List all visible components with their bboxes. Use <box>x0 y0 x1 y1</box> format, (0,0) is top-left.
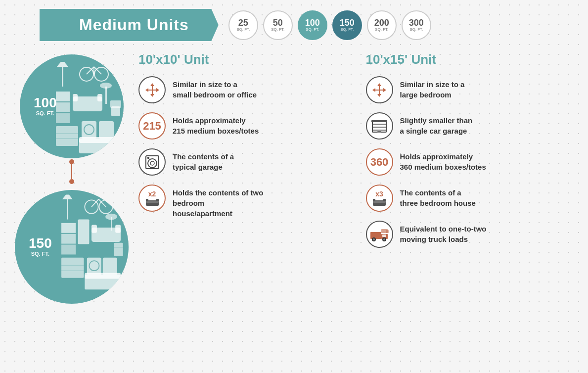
unit-10x10-title: 10'x10' Unit <box>138 52 351 67</box>
main-content: 10'x10' Unit Similar in size to asmall b… <box>138 52 578 363</box>
feature-item-bedrooms-10x15: x3 The contents of athree bedroom house <box>366 185 579 212</box>
size-btn-300[interactable]: 300 SQ. FT. <box>402 10 431 40</box>
svg-rect-82 <box>382 234 386 237</box>
svg-rect-59 <box>147 157 149 159</box>
svg-rect-18 <box>56 126 78 146</box>
number-360-icon: 360 <box>366 148 393 176</box>
banner: Medium Units <box>40 9 219 41</box>
x3-label: x3 <box>375 190 383 197</box>
svg-rect-74 <box>371 120 387 122</box>
unit-10x10-section: 10'x10' Unit Similar in size to asmall b… <box>138 52 351 363</box>
svg-rect-11 <box>73 94 78 101</box>
size-btn-50[interactable]: 50 SQ. FT. <box>263 10 293 40</box>
svg-rect-12 <box>97 94 102 101</box>
size-selectors: 25 SQ. FT. 50 SQ. FT. 100 SQ. FT. 150 SQ… <box>228 10 431 40</box>
circle-100: 100 SQ. FT. <box>20 54 124 158</box>
svg-marker-52 <box>156 88 159 92</box>
svg-rect-17 <box>99 121 114 139</box>
svg-rect-7 <box>56 92 70 101</box>
svg-rect-62 <box>146 199 148 201</box>
connector-dot-bottom <box>69 179 74 184</box>
svg-rect-22 <box>79 137 116 143</box>
x3-icon: x3 <box>366 185 393 212</box>
circle-150: 150 SQ. FT. <box>15 190 129 304</box>
svg-rect-32 <box>61 234 76 244</box>
unit-10x15-title: 10'x15' Unit <box>366 52 579 67</box>
x2-icon: x2 <box>138 185 166 212</box>
number-215-icon: 215 <box>138 112 166 140</box>
svg-rect-78 <box>373 199 375 201</box>
svg-point-86 <box>383 238 385 240</box>
feature-item-bedrooms-10x10: x2 Holds the contents of twobedroomhouse… <box>138 185 351 219</box>
svg-rect-36 <box>91 225 97 233</box>
size-btn-150[interactable]: 150 SQ. FT. <box>332 10 362 40</box>
svg-point-84 <box>373 238 375 240</box>
svg-rect-47 <box>85 273 121 279</box>
svg-rect-24 <box>110 100 121 108</box>
size-btn-200[interactable]: 200 SQ. FT. <box>367 10 397 40</box>
svg-point-58 <box>150 161 154 165</box>
svg-rect-42 <box>103 258 117 275</box>
svg-rect-9 <box>56 113 70 123</box>
washer-svg <box>143 153 161 171</box>
feature-text-truck-10x15: Equivalent to one-to-twomoving truck loa… <box>400 221 487 244</box>
furniture-150-icon <box>57 192 126 291</box>
svg-rect-37 <box>115 225 121 233</box>
feature-text-garage-10x15: Slightly smaller thana single car garage <box>400 112 473 136</box>
feature-item-truck-10x15: Equivalent to one-to-twomoving truck loa… <box>366 221 579 248</box>
feature-item-boxes-10x15: 360 Holds approximately360 medium boxes/… <box>366 148 579 176</box>
unit-10x15-section: 10'x15' Unit Similar in size to alarge b… <box>366 52 579 363</box>
svg-marker-69 <box>377 94 381 97</box>
feature-item-size-10x15: Similar in size to alarge bedroom <box>366 76 579 103</box>
feature-item-boxes-10x10: 215 Holds approximately215 medium boxes/… <box>138 112 351 140</box>
svg-point-14 <box>100 83 112 89</box>
feature-text-boxes-10x15: Holds approximately360 medium boxes/tote… <box>400 148 486 172</box>
feature-text-garage-10x10: The contents of atypical garage <box>173 148 234 172</box>
svg-rect-75 <box>377 131 381 133</box>
svg-rect-31 <box>61 223 76 233</box>
svg-rect-34 <box>78 220 90 244</box>
bed-svg-2 <box>372 198 386 206</box>
truck-svg <box>369 227 389 242</box>
svg-rect-25 <box>67 199 68 220</box>
svg-rect-0 <box>62 67 63 87</box>
svg-rect-80 <box>370 232 381 239</box>
garage-door-icon <box>366 112 393 140</box>
feature-text-size-10x10: Similar in size to asmall bedroom or off… <box>173 76 257 100</box>
arrows-icon-10x10 <box>138 76 166 103</box>
svg-point-57 <box>148 159 157 168</box>
size-btn-25[interactable]: 25 SQ. FT. <box>228 10 258 40</box>
resize-arrows-svg <box>143 81 161 99</box>
svg-marker-66 <box>383 88 386 92</box>
svg-rect-88 <box>386 230 389 233</box>
feature-item-garage-10x10: The contents of atypical garage <box>138 148 351 176</box>
banner-title: Medium Units <box>79 16 189 34</box>
garage-door-svg <box>370 117 388 135</box>
feature-list-10x10: Similar in size to asmall bedroom or off… <box>138 76 351 219</box>
svg-marker-26 <box>62 195 73 199</box>
truck-icon <box>366 221 393 248</box>
svg-marker-68 <box>377 83 381 86</box>
svg-point-39 <box>105 214 117 220</box>
svg-marker-51 <box>145 88 148 92</box>
connector-dot-top <box>69 159 74 164</box>
feature-item-garage-10x15: Slightly smaller thana single car garage <box>366 112 579 140</box>
svg-rect-43 <box>61 258 84 278</box>
feature-text-size-10x15: Similar in size to alarge bedroom <box>400 76 465 100</box>
svg-rect-63 <box>156 199 159 201</box>
bed-svg <box>145 198 159 206</box>
connector-line <box>71 164 72 179</box>
circle-150-label: 150 SQ. FT. <box>29 236 52 257</box>
size-btn-100[interactable]: 100 SQ. FT. <box>298 10 327 40</box>
svg-rect-79 <box>383 199 386 201</box>
feature-text-bedrooms-10x10: Holds the contents of twobedroomhouse/ap… <box>173 185 263 219</box>
connector <box>69 159 74 184</box>
svg-marker-54 <box>150 83 154 86</box>
svg-rect-33 <box>61 244 76 254</box>
circles-area: 100 SQ. FT. <box>15 54 129 304</box>
furniture-100-icon <box>52 57 121 156</box>
feature-text-bedrooms-10x15: The contents of athree bedroom house <box>400 185 476 208</box>
x2-label: x2 <box>148 190 156 197</box>
feature-list-10x15: Similar in size to alarge bedroom Slight… <box>366 76 579 248</box>
feature-item-size-10x10: Similar in size to asmall bedroom or off… <box>138 76 351 103</box>
